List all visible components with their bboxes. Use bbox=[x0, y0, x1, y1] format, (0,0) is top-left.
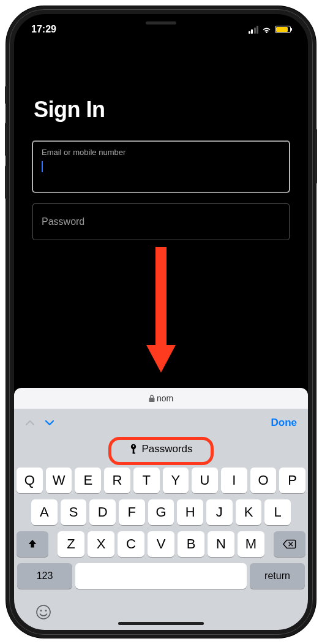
svg-rect-5 bbox=[133, 453, 135, 454]
passwords-label: Passwords bbox=[141, 443, 192, 455]
text-cursor bbox=[42, 161, 43, 172]
done-button[interactable]: Done bbox=[271, 417, 298, 429]
passwords-autofill-button[interactable]: Passwords bbox=[119, 439, 202, 459]
key-r[interactable]: R bbox=[104, 468, 130, 493]
shift-key[interactable] bbox=[17, 531, 48, 557]
key-g[interactable]: G bbox=[148, 499, 174, 525]
email-label: Email or mobile number bbox=[42, 148, 280, 157]
key-b[interactable]: B bbox=[178, 531, 204, 557]
password-placeholder: Password bbox=[42, 216, 84, 227]
key-f[interactable]: F bbox=[119, 499, 145, 525]
key-a[interactable]: A bbox=[31, 499, 58, 525]
svg-point-3 bbox=[133, 445, 135, 447]
return-key[interactable]: return bbox=[250, 563, 305, 589]
url-text: nom bbox=[157, 393, 173, 403]
numbers-key[interactable]: 123 bbox=[17, 563, 72, 589]
lock-icon bbox=[149, 395, 155, 402]
key-x[interactable]: X bbox=[88, 531, 114, 557]
key-k[interactable]: K bbox=[236, 499, 262, 525]
key-o[interactable]: O bbox=[250, 468, 277, 493]
key-p[interactable]: P bbox=[279, 468, 305, 493]
key-c[interactable]: C bbox=[118, 531, 144, 557]
email-input[interactable] bbox=[42, 172, 280, 183]
emoji-key[interactable] bbox=[35, 604, 52, 625]
key-n[interactable]: N bbox=[208, 531, 234, 557]
prev-field-icon[interactable] bbox=[25, 418, 35, 428]
key-u[interactable]: U bbox=[192, 468, 218, 493]
svg-point-8 bbox=[37, 605, 50, 619]
key-d[interactable]: D bbox=[89, 499, 116, 525]
key-z[interactable]: Z bbox=[58, 531, 84, 557]
signal-icon bbox=[249, 26, 259, 34]
backspace-key[interactable] bbox=[274, 531, 305, 557]
key-v[interactable]: V bbox=[148, 531, 174, 557]
space-key[interactable] bbox=[75, 563, 247, 589]
next-field-icon[interactable] bbox=[45, 418, 54, 428]
svg-point-9 bbox=[40, 610, 42, 612]
key-y[interactable]: Y bbox=[163, 468, 189, 493]
key-q[interactable]: Q bbox=[17, 468, 43, 493]
key-j[interactable]: J bbox=[206, 499, 233, 525]
key-h[interactable]: H bbox=[177, 499, 203, 525]
home-indicator[interactable] bbox=[118, 622, 204, 625]
svg-point-10 bbox=[45, 610, 47, 612]
key-icon bbox=[129, 444, 138, 455]
email-field[interactable]: Email or mobile number bbox=[32, 141, 290, 192]
key-s[interactable]: S bbox=[61, 499, 87, 525]
password-field[interactable]: Password bbox=[32, 203, 290, 240]
key-i[interactable]: I bbox=[221, 468, 247, 493]
key-m[interactable]: M bbox=[238, 531, 264, 557]
key-e[interactable]: E bbox=[75, 468, 101, 493]
wifi-icon bbox=[261, 26, 272, 34]
url-bar: nom bbox=[14, 388, 308, 409]
keyboard-area: nom Done Passwords QWERTYUIOP ASDFGHJKL bbox=[14, 409, 308, 630]
battery-icon bbox=[275, 26, 291, 33]
page-title: Sign In bbox=[34, 97, 288, 123]
key-w[interactable]: W bbox=[46, 468, 72, 493]
key-t[interactable]: T bbox=[133, 468, 160, 493]
status-time: 17:29 bbox=[31, 20, 56, 35]
key-l[interactable]: L bbox=[264, 499, 291, 525]
